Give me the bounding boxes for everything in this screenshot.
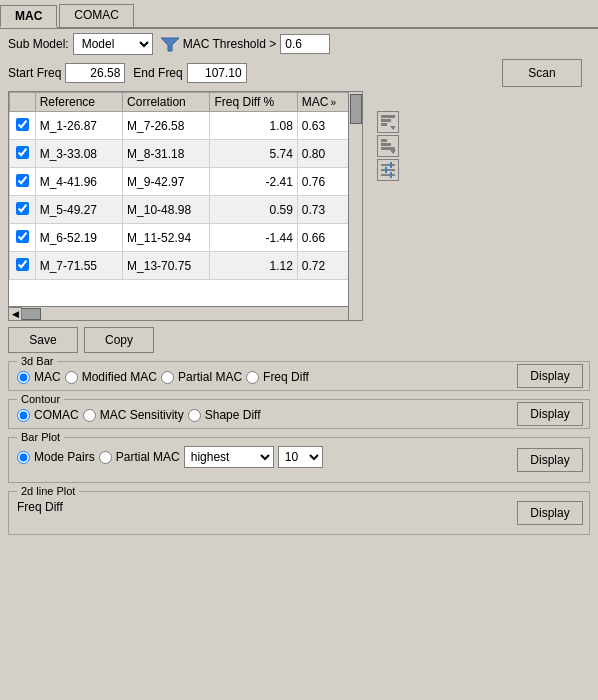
row-freqdiff: 5.74	[210, 140, 297, 168]
svg-rect-7	[381, 147, 395, 150]
table-scroll-area: Reference Correlation Freq Diff % MAC » …	[8, 91, 363, 321]
bar3d-modifiedmac-option[interactable]: Modified MAC	[65, 370, 157, 384]
data-table-container: Reference Correlation Freq Diff % MAC » …	[8, 91, 373, 321]
col-header-reference: Reference	[35, 93, 122, 112]
row-checkbox-cell[interactable]	[10, 252, 36, 280]
threshold-input[interactable]	[280, 34, 330, 54]
lineplot2d-title: 2d line Plot	[17, 485, 79, 497]
row-reference: M_1-26.87	[35, 112, 122, 140]
row-checkbox[interactable]	[16, 230, 29, 243]
scroll-thumb-v[interactable]	[350, 94, 362, 124]
row-freqdiff: -2.41	[210, 168, 297, 196]
svg-rect-13	[385, 167, 387, 173]
row-correlation: M_13-70.75	[123, 252, 210, 280]
vertical-scrollbar[interactable]	[348, 92, 362, 320]
col-header-correlation: Correlation	[123, 93, 210, 112]
row-checkbox[interactable]	[16, 258, 29, 271]
row-correlation: M_7-26.58	[123, 112, 210, 140]
barplot-num-select[interactable]: 10 5 15 20	[278, 446, 323, 468]
bar3d-section: 3d Bar MAC Modified MAC Partial MAC Freq…	[8, 361, 590, 391]
horizontal-scrollbar[interactable]	[9, 306, 348, 320]
contour-macsens-option[interactable]: MAC Sensitivity	[83, 408, 184, 422]
freq-row: Start Freq End Freq Scan	[8, 59, 590, 87]
barplot-sort-select[interactable]: highest lowest all	[184, 446, 274, 468]
barplot-section: Bar Plot Mode Pairs Partial MAC highest …	[8, 437, 590, 483]
col-header-freqdiff: Freq Diff %	[210, 93, 297, 112]
barplot-options: Mode Pairs Partial MAC highest lowest al…	[17, 446, 581, 468]
svg-marker-8	[390, 150, 396, 154]
bar3d-title: 3d Bar	[17, 355, 57, 367]
model-select[interactable]: Model Model 1 Model 2	[73, 33, 153, 55]
row-reference: M_7-71.55	[35, 252, 122, 280]
svg-rect-5	[381, 139, 387, 142]
row-checkbox-cell[interactable]	[10, 196, 36, 224]
bar3d-options: MAC Modified MAC Partial MAC Freq Diff	[17, 370, 581, 384]
contour-comac-option[interactable]: COMAC	[17, 408, 79, 422]
side-toolbar	[377, 111, 399, 181]
end-freq-label: End Freq	[133, 66, 182, 80]
bar3d-display-button[interactable]: Display	[517, 364, 583, 388]
properties-button[interactable]	[377, 159, 399, 181]
row-reference: M_5-49.27	[35, 196, 122, 224]
lineplot2d-section: 2d line Plot Freq Diff Display	[8, 491, 590, 535]
svg-rect-12	[390, 162, 392, 168]
svg-rect-2	[381, 119, 391, 122]
svg-rect-11	[381, 174, 395, 176]
scroll-left-btn[interactable]: ◀	[8, 307, 22, 321]
action-row: Save Copy	[8, 327, 590, 353]
svg-rect-10	[381, 169, 395, 171]
save-button[interactable]: Save	[8, 327, 78, 353]
svg-marker-0	[161, 38, 179, 51]
bar3d-mac-option[interactable]: MAC	[17, 370, 61, 384]
tab-mac[interactable]: MAC	[0, 5, 57, 28]
lineplot2d-sublabel: Freq Diff	[17, 500, 63, 514]
svg-rect-1	[381, 115, 395, 118]
lineplot2d-display-button[interactable]: Display	[517, 501, 583, 525]
row-checkbox[interactable]	[16, 146, 29, 159]
submodel-row: Sub Model: Model Model 1 Model 2 MAC Thr…	[8, 33, 590, 55]
row-correlation: M_11-52.94	[123, 224, 210, 252]
scan-button[interactable]: Scan	[502, 59, 582, 87]
sort-asc-button[interactable]	[377, 111, 399, 133]
row-checkbox-cell[interactable]	[10, 140, 36, 168]
row-reference: M_6-52.19	[35, 224, 122, 252]
submodel-label: Sub Model:	[8, 37, 69, 51]
row-reference: M_4-41.96	[35, 168, 122, 196]
row-checkbox-cell[interactable]	[10, 112, 36, 140]
start-freq-input[interactable]	[65, 63, 125, 83]
bar3d-freqdiff-option[interactable]: Freq Diff	[246, 370, 309, 384]
tab-bar: MAC COMAC	[0, 0, 598, 29]
table-row: M_5-49.27 M_10-48.98 0.59 0.73	[10, 196, 362, 224]
contour-display-button[interactable]: Display	[517, 402, 583, 426]
contour-options: COMAC MAC Sensitivity Shape Diff	[17, 408, 581, 422]
col-header-check	[10, 93, 36, 112]
row-freqdiff: 1.08	[210, 112, 297, 140]
tab-comac[interactable]: COMAC	[59, 4, 134, 27]
copy-button[interactable]: Copy	[84, 327, 154, 353]
barplot-partialmac-option[interactable]: Partial MAC	[99, 450, 180, 464]
bar3d-partialmac-option[interactable]: Partial MAC	[161, 370, 242, 384]
row-correlation: M_9-42.97	[123, 168, 210, 196]
row-checkbox[interactable]	[16, 202, 29, 215]
mac-table: Reference Correlation Freq Diff % MAC » …	[9, 92, 362, 280]
row-checkbox-cell[interactable]	[10, 168, 36, 196]
start-freq-label: Start Freq	[8, 66, 61, 80]
threshold-label-text: MAC Threshold >	[183, 37, 277, 51]
mac-expand-icon[interactable]: »	[331, 97, 337, 108]
contour-section: Contour COMAC MAC Sensitivity Shape Diff…	[8, 399, 590, 429]
main-content: Sub Model: Model Model 1 Model 2 MAC Thr…	[0, 29, 598, 539]
threshold-group: MAC Threshold >	[161, 34, 331, 54]
sort-desc-button[interactable]	[377, 135, 399, 157]
barplot-display-button[interactable]: Display	[517, 448, 583, 472]
table-row: M_4-41.96 M_9-42.97 -2.41 0.76	[10, 168, 362, 196]
row-checkbox-cell[interactable]	[10, 224, 36, 252]
contour-shapediff-option[interactable]: Shape Diff	[188, 408, 261, 422]
row-checkbox[interactable]	[16, 174, 29, 187]
row-correlation: M_8-31.18	[123, 140, 210, 168]
barplot-title: Bar Plot	[17, 431, 64, 443]
row-checkbox[interactable]	[16, 118, 29, 131]
end-freq-input[interactable]	[187, 63, 247, 83]
barplot-modepairs-option[interactable]: Mode Pairs	[17, 450, 95, 464]
table-row: M_6-52.19 M_11-52.94 -1.44 0.66	[10, 224, 362, 252]
row-freqdiff: -1.44	[210, 224, 297, 252]
